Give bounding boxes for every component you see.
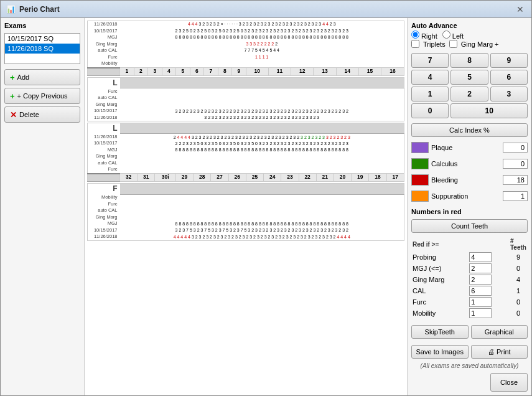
auto-advance-section: Auto Advance Right Left Triplets Ging xyxy=(411,22,528,48)
bleeding-color xyxy=(411,174,429,186)
cal-spin[interactable] xyxy=(469,286,492,296)
ging-marg-lingual: Ging Marg xyxy=(88,101,404,108)
triplets-row: Triplets Ging Marg + xyxy=(411,40,528,48)
numpad-5[interactable]: 5 xyxy=(450,70,488,85)
mgj-spin[interactable] xyxy=(469,263,492,273)
red-table-header: Red if >= # Teeth xyxy=(411,237,528,252)
lower-furc-ling-label: Furc xyxy=(88,166,120,174)
numpad-2[interactable]: 2 xyxy=(450,87,488,101)
lower-ling-2018-label: 11/26/2018 xyxy=(88,134,120,141)
calc-index-button[interactable]: Calc Index % xyxy=(411,123,528,137)
furc-spin[interactable] xyxy=(469,297,492,307)
lower-ging-marg-ling: Ging Marg xyxy=(88,153,404,160)
lower-mgj-data: 8 8 8 8 8 8 8 8 8 8 8 8 8 8 8 8 8 8 8 8 … xyxy=(175,148,348,152)
numpad-6[interactable]: 6 xyxy=(490,70,528,85)
ging-marg-red-label: Ging Marg xyxy=(411,274,468,285)
tooth-26: 26 xyxy=(228,174,246,182)
red-table: Red if >= # Teeth Probing 9 MGJ (<=) 0 xyxy=(411,237,528,319)
lower-fac-2018-label: 11/26/2018 xyxy=(88,233,120,240)
tooth-9: 9 xyxy=(232,68,246,76)
calculus-value[interactable] xyxy=(503,159,528,169)
right-radio-label[interactable]: Right xyxy=(411,31,437,40)
lower-ling-2018-d1: 2 xyxy=(174,135,176,139)
lower-ging-marg-ling-label: Ging Marg xyxy=(88,153,120,160)
lower-facial-table: F Mobility Furc xyxy=(87,183,404,240)
numpad-7[interactable]: 7 xyxy=(411,53,449,68)
lower-fac-2018-d2: 4 4 xyxy=(184,235,190,239)
skip-teeth-button[interactable]: SkipTeeth xyxy=(411,325,469,339)
add-button[interactable]: + Add xyxy=(4,69,80,85)
cal-red-label: CAL xyxy=(411,285,468,296)
mgj-label: MGJ xyxy=(88,34,120,41)
tooth-22: 22 xyxy=(299,174,316,182)
close-window-button[interactable]: ✕ xyxy=(514,3,526,16)
auto-cal-data: 7 7 7 5 4 5 4 5 4 xyxy=(245,48,276,52)
ging-marg-spin[interactable] xyxy=(469,275,492,285)
L-label-upper: L xyxy=(88,77,120,88)
printer-icon: 🖨 xyxy=(488,348,495,356)
close-button[interactable]: Close xyxy=(490,373,528,392)
tooth-5: 5 xyxy=(176,68,190,76)
exam-item-1[interactable]: 10/15/2017 SQ xyxy=(5,34,80,44)
lower-fac-2017-label: 10/15/2017 xyxy=(88,227,120,234)
numpad-4[interactable]: 4 xyxy=(411,70,449,85)
exam-list: 10/15/2017 SQ 11/26/2018 SQ xyxy=(4,33,80,64)
right-radio[interactable] xyxy=(411,31,419,39)
left-radio[interactable] xyxy=(442,31,450,39)
suppuration-value[interactable] xyxy=(503,191,528,201)
furc-red-label: Furc xyxy=(411,296,468,308)
count-teeth-button[interactable]: Count Teeth xyxy=(411,219,528,233)
lower-ling-2018-d3: 3 2 3 2 3 2 3 2 3 2 3 2 3 2 3 2 3 2 3 2 … xyxy=(192,135,299,139)
lower-ling-probing-2017: 10/15/2017 2 2 2 3 2 3 5 0 3 2 3 5 0 3 2… xyxy=(88,140,404,147)
upper-facial-probing-2017-row: 10/15/2017 2 3 2 5 0 2 3 2 5 0 3 2 5 0 2… xyxy=(88,28,404,35)
left-panel: Exams 10/15/2017 SQ 11/26/2018 SQ + Add … xyxy=(1,18,85,395)
left-label: Left xyxy=(452,32,464,40)
auto-cal-lingual: auto CAL xyxy=(88,95,404,101)
ging-marg-data: 3 3 3 xyxy=(246,42,256,46)
title-bar: 📊 Perio Chart ✕ xyxy=(1,1,531,18)
left-radio-label[interactable]: Left xyxy=(442,31,464,40)
copy-previous-button[interactable]: + + Copy Previous xyxy=(4,88,80,104)
numpad-9[interactable]: 9 xyxy=(490,53,528,68)
auto-cal-ling-label: auto CAL xyxy=(88,95,120,101)
lower-ging-marg-fac: Ging Marg xyxy=(88,214,404,221)
numpad-1[interactable]: 1 xyxy=(411,87,449,101)
tooth-24: 24 xyxy=(264,174,281,182)
triplets-checkbox[interactable] xyxy=(411,40,419,48)
ling-2017-data: 3 2 3 2 3 2 3 2 3 2 3 2 3 2 3 2 3 2 3 2 … xyxy=(175,109,348,113)
upper-probing-2017: 2 3 2 5 0 2 3 2 5 0 3 2 5 0 2 3 2 5 0 3 … xyxy=(175,29,348,33)
save-print-btns: Save to Images 🖨 Print xyxy=(411,345,528,359)
mobility-spin[interactable] xyxy=(469,308,492,318)
red-row-probing: Probing 9 xyxy=(411,252,528,263)
red-row-mgj: MGJ (<=) 0 xyxy=(411,263,528,274)
lower-auto-cal-ling: auto CAL xyxy=(88,160,404,167)
tooth-29: 29 xyxy=(175,174,193,182)
exam-item-2[interactable]: 11/26/2018 SQ xyxy=(5,44,80,54)
tooth-23: 23 xyxy=(281,174,299,182)
numpad-10[interactable]: 10 xyxy=(450,103,528,118)
numpad-8[interactable]: 8 xyxy=(450,53,488,68)
probing-spin[interactable] xyxy=(469,252,492,262)
tooth-13: 13 xyxy=(314,68,336,76)
delete-button[interactable]: ✕ Delete xyxy=(4,106,80,123)
print-button[interactable]: 🖨 Print xyxy=(471,345,528,359)
numpad-3[interactable]: 3 xyxy=(490,87,528,101)
lower-fac-probing-2017: 10/15/2017 3 2 3 7 5 3 2 3 7 5 3 2 3 7 5… xyxy=(88,227,404,234)
tooth-30: 30i xyxy=(155,174,176,182)
upper-probing-2018: 4 4 4 xyxy=(188,22,198,26)
bleeding-value[interactable] xyxy=(503,175,528,185)
ging-marg-checkbox[interactable] xyxy=(449,40,457,48)
upper-lingual-table: L Furc auto CAL xyxy=(87,77,404,121)
furc-ling-label: Furc xyxy=(88,88,120,95)
graphical-button[interactable]: Graphical xyxy=(471,325,528,339)
save-to-images-button[interactable]: Save to Images xyxy=(411,345,469,359)
red-row-mobility: Mobility 0 xyxy=(411,308,528,319)
suppuration-label: Suppuration xyxy=(431,192,500,200)
numpad-0[interactable]: 0 xyxy=(411,103,449,118)
lower-lingual-header: L xyxy=(88,123,404,134)
lower-mgj-fac-data: 8 8 8 8 8 8 8 8 8 8 8 8 8 8 8 8 8 8 8 8 … xyxy=(175,222,348,226)
lower-fac-2018-d3: 3 2 3 2 3 2 3 2 3 2 3 2 3 2 3 2 3 2 3 2 … xyxy=(192,235,336,239)
plaque-value[interactable] xyxy=(503,143,528,153)
red-row-cal: CAL 1 xyxy=(411,285,528,296)
bleeding-label: Bleeding xyxy=(431,176,500,184)
